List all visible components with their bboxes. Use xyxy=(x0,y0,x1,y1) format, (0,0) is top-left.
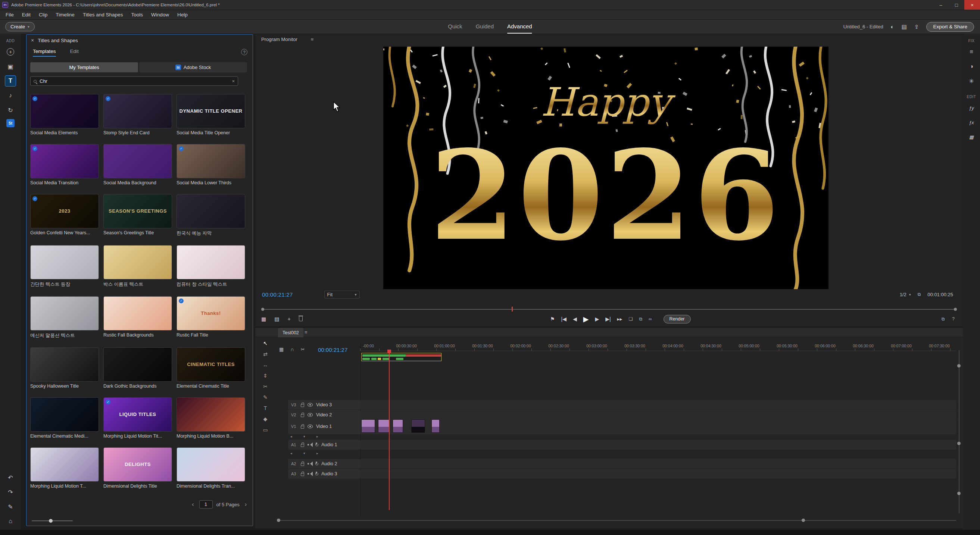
adjust-icon[interactable]: ≡ xyxy=(966,46,977,57)
template-card[interactable]: 2023✓Golden Confetti New Years... xyxy=(30,194,99,237)
stock-icon[interactable]: St xyxy=(6,119,14,127)
speaker-icon[interactable] xyxy=(307,443,312,446)
track-settings-icon[interactable]: ▦ xyxy=(279,347,284,352)
titles-shapes-icon[interactable]: T xyxy=(5,75,16,87)
panel-menu-icon[interactable]: ≡ xyxy=(311,37,314,42)
template-card[interactable]: ✓Social Media Lower Thirds xyxy=(177,144,245,186)
template-card[interactable]: Dark Gothic Backgrounds xyxy=(103,347,172,389)
monitor-timecode[interactable]: 00:00:21:27 xyxy=(262,291,293,298)
stack-icon[interactable]: ⧉ xyxy=(639,316,642,322)
slider-knob[interactable] xyxy=(49,519,52,523)
track-header-v3[interactable]: V3Video 3 xyxy=(288,400,360,410)
add-marker-icon[interactable]: ⚑ xyxy=(550,316,555,322)
speaker-icon[interactable] xyxy=(307,472,312,476)
shuttle-button[interactable]: ▸▸ xyxy=(617,316,622,322)
track-resize-handles[interactable]: ◂ ▾ ▸ xyxy=(290,451,323,455)
lock-icon[interactable] xyxy=(301,426,304,429)
undo-icon[interactable]: ↶ xyxy=(5,472,16,483)
smart-fix-icon[interactable]: ✳ xyxy=(966,75,977,87)
video-preview-area[interactable]: Happy 2026 xyxy=(383,47,829,289)
template-card[interactable]: Dimensional Delights Tran... xyxy=(177,447,245,489)
horizontal-scrollbar[interactable] xyxy=(278,520,956,521)
timeline-clip[interactable] xyxy=(361,419,375,433)
track-header-a1[interactable]: A1Audio 1 xyxy=(288,440,360,449)
play-button[interactable]: ▶ xyxy=(583,315,589,324)
monitor-scrubber[interactable] xyxy=(261,307,957,311)
template-card[interactable]: 한국식 예능 자막 xyxy=(177,194,245,237)
template-card[interactable]: 박스 이름표 텍스트 xyxy=(103,245,172,287)
selection-tool[interactable]: ↖ xyxy=(259,338,272,348)
template-card[interactable]: DELIGHTSDimensional Delights Title xyxy=(103,447,172,489)
elevate-tool[interactable]: ⇕ xyxy=(259,370,272,381)
lock-icon[interactable] xyxy=(301,414,304,417)
menu-item-edit[interactable]: Edit xyxy=(18,10,35,19)
close-panel-icon[interactable]: × xyxy=(31,37,34,43)
menu-item-clip[interactable]: Clip xyxy=(35,10,51,19)
scrollbar-right-handle[interactable] xyxy=(802,519,805,522)
search-input[interactable] xyxy=(40,78,229,84)
clear-search-icon[interactable]: × xyxy=(232,78,235,84)
track-lane-v1[interactable] xyxy=(360,419,956,434)
track-header-a3[interactable]: A3Audio 3 xyxy=(288,469,360,479)
timeline-playhead[interactable] xyxy=(389,352,390,510)
track-header-a2[interactable]: A2Audio 2 xyxy=(288,459,360,468)
timeline-clip[interactable] xyxy=(411,419,425,433)
add-track-icon[interactable]: + xyxy=(287,316,290,322)
minimize-button[interactable]: – xyxy=(933,0,949,10)
prev-page-button[interactable]: ‹ xyxy=(190,501,195,508)
history-icon[interactable]: ↻ xyxy=(5,105,16,116)
template-card[interactable]: Spooky Halloween Title xyxy=(30,347,99,389)
template-card[interactable]: Morphing Liquid Motion B... xyxy=(177,397,245,439)
template-card[interactable]: 컴퓨터 창 스타일 텍스트 xyxy=(177,245,245,287)
track-lane-a3[interactable] xyxy=(360,469,956,479)
applied-effects-icon[interactable]: ƒy xyxy=(966,102,977,113)
mic-icon[interactable] xyxy=(315,462,318,466)
pencil-tool[interactable]: ✎ xyxy=(259,392,272,403)
scrollbar-handle[interactable] xyxy=(957,492,961,495)
thumbnail-size-slider[interactable] xyxy=(32,519,73,523)
tab-templates[interactable]: Templates xyxy=(33,47,56,57)
color-correct-icon[interactable]: ◑ xyxy=(966,61,977,72)
text-tool[interactable]: T xyxy=(259,403,272,413)
mode-tab-quick[interactable]: Quick xyxy=(448,20,462,33)
timeline-clip[interactable] xyxy=(431,419,440,433)
lock-icon[interactable] xyxy=(301,404,304,407)
scrubber-track[interactable] xyxy=(264,309,954,310)
source-tab-adobe-stock[interactable]: StAdobe Stock xyxy=(139,62,247,72)
menu-item-tools[interactable]: Tools xyxy=(127,10,147,19)
help-icon[interactable]: ? xyxy=(241,49,247,55)
mic-icon[interactable] xyxy=(315,471,318,476)
template-card[interactable]: DYNAMIC TITLE OPENERSocial Media Title O… xyxy=(177,94,245,135)
mode-tab-guided[interactable]: Guided xyxy=(476,20,494,33)
lock-icon[interactable] xyxy=(301,463,304,466)
template-card[interactable]: 메신저 말풍선 텍스트 xyxy=(30,296,99,339)
track-lane-a1[interactable] xyxy=(360,440,956,449)
effects-icon[interactable]: ƒx xyxy=(966,117,977,128)
project-assets-icon[interactable]: ▣ xyxy=(5,61,16,72)
page-input[interactable] xyxy=(199,500,213,508)
template-card[interactable]: SEASON'S GREETINGSSeason's Greetings Tit… xyxy=(103,194,172,237)
keyframe-tool[interactable]: ◆ xyxy=(259,413,272,424)
overlay-icon[interactable]: ❏ xyxy=(629,316,633,322)
home-icon[interactable]: ⌂ xyxy=(5,516,16,527)
track-resize-handles[interactable]: ◂ ▾ ▸ xyxy=(290,435,323,438)
marker-panel-icon[interactable]: ▦ xyxy=(261,316,266,322)
delete-icon[interactable] xyxy=(299,317,303,321)
timeline-clip[interactable] xyxy=(378,419,389,433)
template-card[interactable]: Thanks!✓Rustic Fall Title xyxy=(177,296,245,339)
add-media-icon[interactable]: + xyxy=(5,46,16,57)
fullscreen-icon[interactable]: ⧉ xyxy=(942,316,945,322)
swap-tool[interactable]: ↔ xyxy=(259,359,272,370)
maximize-button[interactable]: □ xyxy=(949,0,964,10)
menu-item-help[interactable]: Help xyxy=(173,10,192,19)
template-card[interactable]: ✓Social Media Transition xyxy=(30,144,99,186)
playback-quality-dropdown[interactable]: 1/2 ▾ xyxy=(900,292,911,297)
template-card[interactable]: ✓Stomp Style End Card xyxy=(103,94,172,135)
frame-forward-button[interactable]: ▶ xyxy=(595,316,599,322)
scrubber-left-handle[interactable] xyxy=(261,308,264,311)
menu-item-titles-and-shapes[interactable]: Titles and Shapes xyxy=(79,10,127,19)
speaker-icon[interactable] xyxy=(307,462,312,466)
tab-edit[interactable]: Edit xyxy=(70,47,79,57)
menu-item-file[interactable]: File xyxy=(2,10,18,19)
template-card[interactable]: Rustic Fall Backgrounds xyxy=(103,296,172,339)
